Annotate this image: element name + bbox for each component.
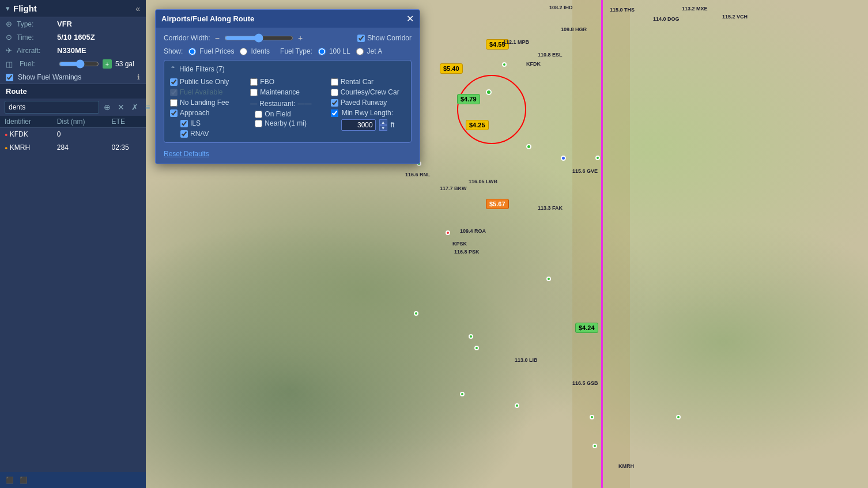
route-add-button[interactable]: ⊕	[101, 101, 113, 113]
table-row[interactable]: ● KFDK 0	[0, 128, 146, 141]
map-label: 115.6 GVE	[572, 168, 598, 174]
route-remove-button[interactable]: ✕	[115, 101, 127, 113]
rnav-checkbox[interactable]	[180, 130, 188, 138]
min-rwy-checkbox[interactable]	[331, 109, 338, 117]
price-tag: $5.40	[440, 63, 463, 74]
no-landing-fee-checkbox[interactable]	[170, 99, 178, 107]
map-airport-dot	[486, 89, 492, 95]
map-airport-dot	[515, 403, 519, 408]
on-field-label: On Field	[265, 110, 290, 118]
route-error-button[interactable]: ✗	[129, 101, 141, 113]
map-label: 109.8 HGR	[561, 27, 587, 32]
approach-filter[interactable]: Approach	[170, 109, 244, 117]
col-dist: Dist (nm)	[52, 116, 107, 128]
100ll-radio[interactable]	[318, 48, 326, 55]
fuel-row: ◫ Fuel: + 53 gal	[0, 57, 146, 71]
paved-runway-filter[interactable]: Paved Runway	[331, 99, 405, 107]
fuel-prices-radio[interactable]	[188, 48, 196, 55]
jet-a-radio[interactable]	[356, 48, 364, 55]
collapse-icon[interactable]: «	[135, 4, 140, 13]
corridor-decrease-button[interactable]: −	[215, 33, 220, 43]
route-menu-button[interactable]: ≡	[143, 101, 152, 113]
filter-box-header[interactable]: ⌃ Hide Filters (7)	[170, 65, 405, 73]
route-header: Route	[0, 84, 146, 99]
courtesy-crew-car-filter[interactable]: Courtesy/Crew Car	[331, 88, 405, 96]
nearby-checkbox[interactable]	[255, 120, 262, 127]
no-landing-fee-filter[interactable]: No Landing Fee	[170, 99, 244, 107]
corridor-increase-button[interactable]: +	[298, 33, 303, 43]
on-field-checkbox[interactable]	[255, 111, 262, 118]
route-table: Identifier Dist (nm) ETE ● KFDK 0 ● KMRH…	[0, 116, 146, 154]
fbo-label: FBO	[260, 78, 274, 86]
time-value: 5/10 1605Z	[57, 33, 95, 41]
idents-radio[interactable]	[240, 48, 247, 55]
show-corridor-checkbox[interactable]	[357, 35, 365, 42]
corridor-label: Corridor Width:	[164, 34, 210, 42]
fuel-increase-button[interactable]: +	[103, 59, 112, 69]
min-rwy-input[interactable]	[341, 119, 376, 131]
maintenance-filter[interactable]: Maintenance	[250, 88, 324, 96]
route-search-input[interactable]	[5, 101, 99, 114]
aircraft-icon: ✈	[6, 46, 12, 55]
show-warnings-checkbox[interactable]	[6, 74, 13, 81]
filter-collapse-icon: ⌃	[170, 65, 176, 73]
jet-a-label: Jet A	[367, 47, 383, 55]
rental-car-checkbox[interactable]	[331, 78, 338, 86]
price-tag: $4.25	[466, 120, 489, 130]
modal-close-button[interactable]: ✕	[406, 13, 414, 24]
fuel-available-label: Fuel Available	[180, 88, 223, 96]
100ll-radio-group[interactable]: 100 LL	[318, 47, 350, 55]
rental-car-filter[interactable]: Rental Car	[331, 78, 405, 86]
filter-grid: Public Use Only Fuel Available No Landin…	[170, 78, 405, 138]
reset-defaults-button[interactable]: Reset Defaults	[164, 150, 209, 158]
ils-filter: ILS	[180, 119, 244, 127]
ils-checkbox[interactable]	[180, 120, 188, 127]
map-label: KMRH	[618, 463, 634, 469]
on-field-filter[interactable]: On Field	[255, 110, 324, 118]
map-airport-dot	[592, 444, 597, 448]
time-icon: ⊙	[6, 33, 12, 41]
map-airport-dot	[546, 277, 551, 281]
courtesy-crew-car-checkbox[interactable]	[331, 89, 338, 96]
map-area[interactable]: $4.55$5.40$4.79$4.25$5.67$4.24 108.2 IHD…	[146, 0, 868, 488]
show-idents-radio[interactable]: Idents	[240, 47, 270, 55]
rnav-filter: RNAV	[180, 130, 244, 138]
map-airport-dot	[460, 392, 465, 396]
rwy-decrease-button[interactable]: ▼	[379, 125, 387, 131]
row-ete	[107, 128, 146, 141]
map-label: 112.1 MPB	[503, 39, 529, 45]
nearby-filter[interactable]: Nearby (1 mi)	[255, 119, 324, 127]
map-label: 116.05 LWB	[469, 179, 497, 184]
fbo-filter[interactable]: FBO	[250, 78, 324, 86]
modal-body: Corridor Width: − + Show Corridor Show: …	[156, 28, 420, 164]
route-label: Route	[6, 87, 27, 96]
show-corridor-label[interactable]: Show Corridor	[357, 34, 412, 42]
approach-label: Approach	[180, 109, 209, 117]
ils-label: ILS	[190, 119, 201, 127]
fuel-slider[interactable]	[59, 59, 99, 69]
show-warnings-label: Show Fuel Warnings	[18, 73, 81, 81]
fuel-available-checkbox[interactable]	[170, 89, 178, 96]
public-use-only-checkbox[interactable]	[170, 78, 178, 86]
show-label: Show:	[164, 47, 183, 55]
map-airport-dot	[474, 346, 479, 350]
paved-runway-checkbox[interactable]	[331, 99, 338, 107]
show-warnings-row: Show Fuel Warnings ℹ	[0, 71, 146, 84]
fbo-checkbox[interactable]	[250, 78, 258, 86]
approach-checkbox[interactable]	[170, 109, 178, 117]
rwy-increase-button[interactable]: ▲	[379, 119, 387, 125]
jet-a-radio-group[interactable]: Jet A	[356, 47, 383, 55]
map-label: 117.7 BKW	[440, 186, 467, 191]
public-use-only-filter[interactable]: Public Use Only	[170, 78, 244, 86]
show-fuel-prices-radio[interactable]: Fuel Prices	[188, 47, 234, 55]
modal-title: Airports/Fuel Along Route	[161, 14, 254, 23]
fuel-available-filter[interactable]: Fuel Available	[170, 88, 244, 96]
fuel-type-label: Fuel Type:	[280, 47, 312, 55]
map-airport-dot	[446, 230, 450, 235]
maintenance-checkbox[interactable]	[250, 89, 258, 96]
corridor-slider[interactable]	[224, 33, 293, 43]
map-label: 116.6 RNL	[405, 172, 431, 177]
table-row[interactable]: ● KMRH 284 02:35	[0, 141, 146, 154]
info-icon[interactable]: ℹ	[137, 73, 140, 81]
map-label: 114.0 DOG	[653, 16, 680, 22]
